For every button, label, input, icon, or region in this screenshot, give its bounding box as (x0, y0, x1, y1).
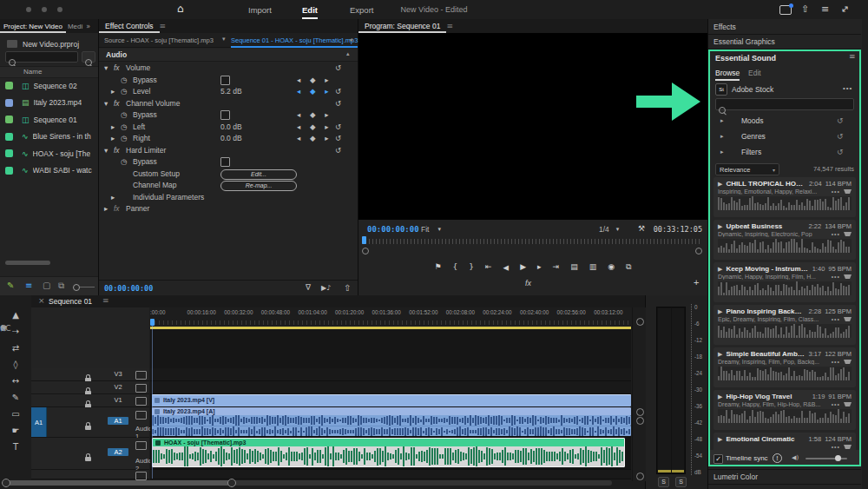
nav-import[interactable]: Import (248, 5, 272, 15)
reset-icon[interactable]: ↺ (335, 122, 341, 131)
a3-track-header-partial[interactable]: M S (31, 470, 149, 479)
keyframe-nav[interactable]: ◂ ◆ ▸ (297, 122, 332, 131)
scrubber-handle-right[interactable] (695, 248, 702, 254)
edit-button[interactable]: Edit... (220, 169, 297, 180)
scrollbar-zoom-handle-left[interactable] (2, 479, 10, 487)
program-viewer[interactable] (358, 33, 707, 220)
clip-italy-video[interactable]: Italy 2023.mp4 [V] (152, 394, 631, 406)
play-icon[interactable]: ▶ (718, 436, 722, 443)
more-options-icon[interactable]: ••• (832, 231, 840, 237)
sound-search-input[interactable] (715, 98, 854, 110)
bypass-checkbox[interactable] (220, 110, 230, 122)
program-playhead[interactable] (362, 236, 366, 244)
lock-icon[interactable] (85, 426, 91, 430)
v1-lane[interactable]: Italy 2023.mp4 [V] (150, 394, 631, 407)
share-icon[interactable]: ⇧ (801, 3, 809, 15)
close-icon[interactable]: × (38, 296, 45, 305)
license-cart-icon[interactable] (844, 445, 852, 449)
transport-button[interactable]: ◂ (503, 261, 510, 274)
solo-left-button[interactable]: S (658, 477, 669, 487)
chevron-right-icon[interactable]: ▸ (111, 193, 115, 202)
reset-icon[interactable]: ↺ (335, 87, 341, 96)
lock-icon[interactable] (85, 457, 91, 461)
fx-icon[interactable]: fx (114, 63, 120, 72)
more-options-icon[interactable]: ••• (832, 188, 840, 195)
ec-timecode[interactable]: 00:00:00:00 (104, 284, 153, 293)
transport-button[interactable]: ▸ (537, 262, 542, 271)
play-icon[interactable]: ▶ (718, 351, 722, 358)
video-track-header[interactable]: V2 (31, 381, 149, 394)
source-patch-icon[interactable] (135, 441, 147, 450)
vscroll-handle[interactable] (636, 318, 644, 326)
track-waveform[interactable] (718, 324, 852, 338)
project-item[interactable]: ▤ Italy 2023.mp4 (0, 95, 98, 112)
tool-button[interactable]: ▭ (7, 406, 24, 421)
tool-button[interactable]: ↔ (7, 373, 24, 388)
timeline-sync-checkbox[interactable]: ✓ (713, 454, 723, 464)
track-name[interactable]: V2 (108, 383, 128, 391)
tool-button[interactable]: ◊ (7, 357, 24, 372)
timeline-toggle-button[interactable]: CC (0, 324, 11, 333)
tool-button[interactable]: ⇄ (7, 340, 24, 355)
play-icon[interactable]: ▶ (718, 181, 722, 188)
tab-edit[interactable]: Edit (748, 69, 761, 77)
essential-graphics-header[interactable]: Essential Graphics (708, 35, 861, 50)
reset-icon[interactable]: ↺ (837, 148, 844, 156)
window-dot[interactable] (57, 7, 62, 12)
track-waveform[interactable] (718, 196, 852, 210)
timeline-tab[interactable]: × Sequence 01 ≡ (31, 295, 645, 307)
level-value[interactable]: 5.2 dB (220, 87, 242, 96)
bypass-checkbox[interactable] (220, 76, 230, 87)
workspace-menu-icon[interactable]: ≡ (821, 3, 829, 15)
chevron-right-icon[interactable]: ▸ (111, 122, 115, 131)
project-item[interactable]: ∿ WABI SABI - watc (0, 162, 98, 180)
tab-project[interactable]: Project: New Video (0, 19, 66, 33)
effect-name[interactable]: Channel Volume (126, 99, 180, 108)
stopwatch-icon[interactable]: ◷ (121, 110, 127, 119)
license-cart-icon[interactable] (844, 402, 852, 406)
license-cart-icon[interactable] (844, 317, 852, 321)
chevron-down-icon[interactable]: ▾ (104, 146, 108, 155)
a2-lane[interactable]: HOAX - soju [Thematic].mp3 (150, 438, 631, 470)
zoom-slider-track[interactable] (80, 287, 95, 287)
v3-lane[interactable] (150, 368, 631, 381)
effect-name[interactable]: Volume (126, 63, 150, 72)
name-column-header[interactable]: Name (23, 68, 42, 76)
sound-track-card[interactable]: ▶ Simple Beautiful Ambient ... 3:17 122 … (713, 347, 856, 387)
track-waveform[interactable] (718, 281, 852, 295)
home-icon[interactable]: ⌂ (177, 3, 184, 15)
track-name[interactable]: A1 (108, 417, 128, 425)
timeline-hscrollbar-thumb[interactable] (4, 480, 232, 486)
volume-speaker-icon[interactable]: ◀) (792, 454, 799, 461)
chevron-right-icon[interactable]: ▸ (104, 204, 108, 213)
source-patch-icon[interactable] (135, 397, 147, 406)
keyframe-nav[interactable]: ◂ ◆ ▸ (297, 110, 332, 119)
a1-track-header[interactable]: A1 M S Audio 1 (31, 407, 149, 438)
lumetri-color-header[interactable]: Lumetri Color (708, 469, 861, 485)
reset-icon[interactable]: ↺ (837, 132, 844, 141)
track-waveform[interactable] (718, 367, 852, 380)
sound-track-card[interactable]: ▶ Emotional Cinematic 1:58 124 BPM ••• (713, 433, 856, 450)
remap-button[interactable]: Re-map... (220, 181, 297, 191)
scrollbar-zoom-handle-right[interactable] (227, 479, 236, 487)
tool-button[interactable]: T (7, 439, 24, 454)
timeline-empty-area[interactable] (150, 329, 631, 368)
license-cart-icon[interactable] (844, 274, 852, 279)
license-cart-icon[interactable] (844, 360, 852, 364)
source-patch-icon[interactable] (135, 411, 147, 420)
reset-icon[interactable]: ↺ (335, 63, 341, 72)
program-timecode[interactable]: 00:00:00:00 (367, 225, 419, 234)
label-color-chip[interactable] (5, 167, 13, 175)
icon-view-icon[interactable]: ▢ (43, 281, 50, 290)
source-patch-icon[interactable] (135, 472, 147, 480)
label-color-chip[interactable] (5, 116, 13, 123)
sound-track-card[interactable]: ▶ Hip-Hop Vlog Travel 1:19 91 BPM Dreamy… (713, 390, 856, 430)
track-waveform[interactable] (718, 409, 852, 423)
track-name[interactable]: V1 (108, 396, 128, 404)
video-track-header[interactable]: V1 (31, 394, 149, 407)
more-options-icon[interactable]: ••• (843, 84, 852, 92)
info-icon[interactable]: ! (773, 453, 782, 463)
play-icon[interactable]: ▶ (718, 266, 722, 273)
label-color-chip[interactable] (5, 133, 13, 141)
transport-button[interactable]: ⇥ (553, 262, 560, 271)
